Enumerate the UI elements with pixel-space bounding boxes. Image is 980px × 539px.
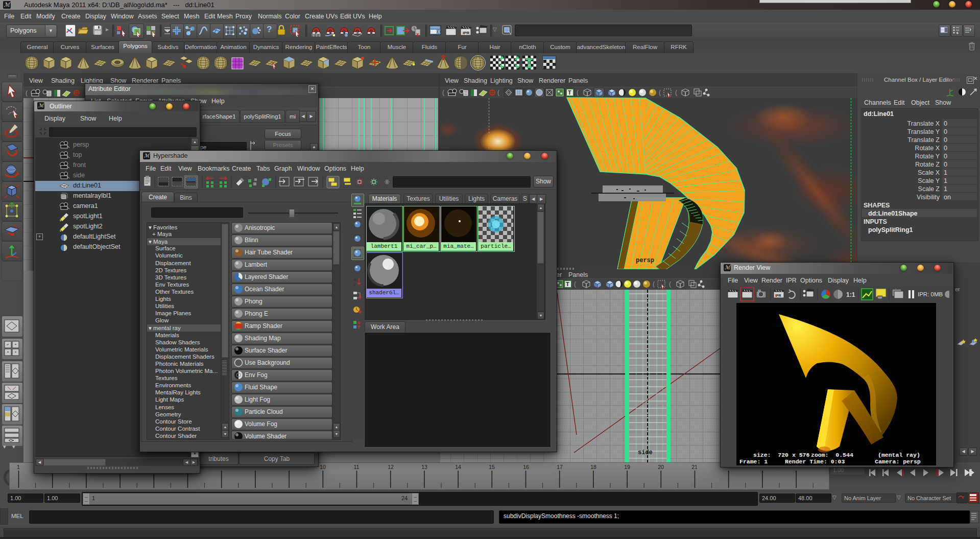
svg-text:12: 12 (388, 464, 394, 470)
svg-text:14: 14 (455, 464, 461, 470)
svg-text:21: 21 (691, 464, 698, 470)
svg-text:1: 1 (17, 464, 20, 470)
svg-text:1:1: 1:1 (846, 291, 855, 298)
svg-text:19: 19 (624, 464, 630, 470)
svg-text:A: A (353, 277, 356, 282)
svg-text:11: 11 (354, 464, 360, 470)
svg-text:18: 18 (590, 464, 596, 470)
svg-text:IPR: IPR (463, 31, 470, 35)
svg-text:(: ( (669, 280, 671, 288)
svg-text:17: 17 (557, 464, 563, 470)
svg-text:IPR: IPR (775, 294, 781, 297)
svg-text:15: 15 (489, 464, 495, 470)
svg-text:IPR: 0MB: IPR: 0MB (918, 291, 943, 297)
svg-text:13: 13 (421, 464, 427, 470)
svg-text:Z: Z (353, 283, 356, 287)
svg-text:10: 10 (320, 464, 326, 470)
svg-text:(: ( (574, 280, 576, 288)
svg-text:“: “ (895, 288, 896, 291)
svg-text:x: x (416, 32, 419, 37)
svg-text:T: T (566, 281, 569, 287)
svg-text:16: 16 (523, 464, 529, 470)
svg-text:20: 20 (658, 464, 664, 470)
svg-text:(: ( (653, 280, 655, 288)
svg-text:(: ( (26, 89, 28, 97)
